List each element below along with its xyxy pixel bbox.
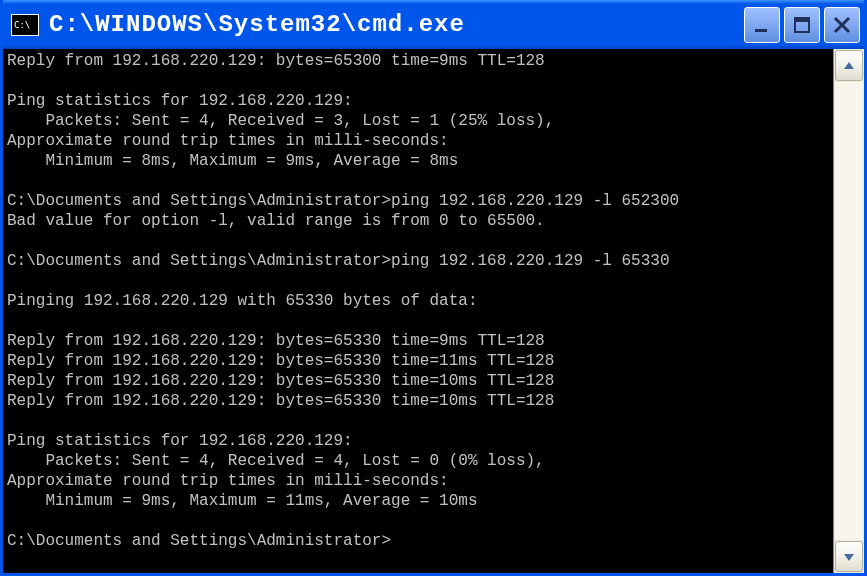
terminal-line: Bad value for option -l, valid range is … [7, 211, 833, 231]
terminal-line: Reply from 192.168.220.129: bytes=65330 … [7, 391, 833, 411]
svg-rect-0 [755, 29, 767, 32]
terminal-line: C:\Documents and Settings\Administrator>… [7, 191, 833, 211]
terminal-line [7, 271, 833, 291]
terminal-line: Packets: Sent = 4, Received = 3, Lost = … [7, 111, 833, 131]
terminal-line [7, 411, 833, 431]
terminal-line: Minimum = 8ms, Maximum = 9ms, Average = … [7, 151, 833, 171]
minimize-button[interactable] [744, 7, 780, 43]
window-title: C:\WINDOWS\System32\cmd.exe [49, 11, 744, 38]
terminal-line: Pinging 192.168.220.129 with 65330 bytes… [7, 291, 833, 311]
terminal-line: Reply from 192.168.220.129: bytes=65330 … [7, 371, 833, 391]
vertical-scrollbar[interactable] [833, 49, 864, 573]
terminal-line: Approximate round trip times in milli-se… [7, 471, 833, 491]
terminal-line [7, 511, 833, 531]
terminal-line: Ping statistics for 192.168.220.129: [7, 91, 833, 111]
maximize-button[interactable] [784, 7, 820, 43]
svg-rect-2 [795, 18, 809, 22]
titlebar[interactable]: C:\ C:\WINDOWS\System32\cmd.exe [3, 0, 864, 49]
scroll-down-button[interactable] [835, 541, 863, 572]
terminal-line: Reply from 192.168.220.129: bytes=65300 … [7, 51, 833, 71]
window-controls [744, 7, 860, 43]
terminal-output[interactable]: Reply from 192.168.220.129: bytes=65300 … [3, 49, 833, 573]
terminal-line [7, 71, 833, 91]
scroll-track[interactable] [835, 82, 863, 540]
terminal-line [7, 171, 833, 191]
scroll-up-button[interactable] [835, 50, 863, 81]
terminal-line [7, 311, 833, 331]
terminal-line [7, 231, 833, 251]
cmd-window: C:\ C:\WINDOWS\System32\cmd.exe Reply fr… [0, 0, 867, 576]
close-button[interactable] [824, 7, 860, 43]
terminal-line: Approximate round trip times in milli-se… [7, 131, 833, 151]
terminal-line: Reply from 192.168.220.129: bytes=65330 … [7, 351, 833, 371]
terminal-line: C:\Documents and Settings\Administrator>… [7, 251, 833, 271]
terminal-line: Packets: Sent = 4, Received = 4, Lost = … [7, 451, 833, 471]
client-area: Reply from 192.168.220.129: bytes=65300 … [3, 49, 864, 573]
terminal-line: Reply from 192.168.220.129: bytes=65330 … [7, 331, 833, 351]
terminal-line: Ping statistics for 192.168.220.129: [7, 431, 833, 451]
cmd-icon: C:\ [11, 14, 39, 36]
terminal-line: C:\Documents and Settings\Administrator> [7, 531, 833, 551]
terminal-line: Minimum = 9ms, Maximum = 11ms, Average =… [7, 491, 833, 511]
